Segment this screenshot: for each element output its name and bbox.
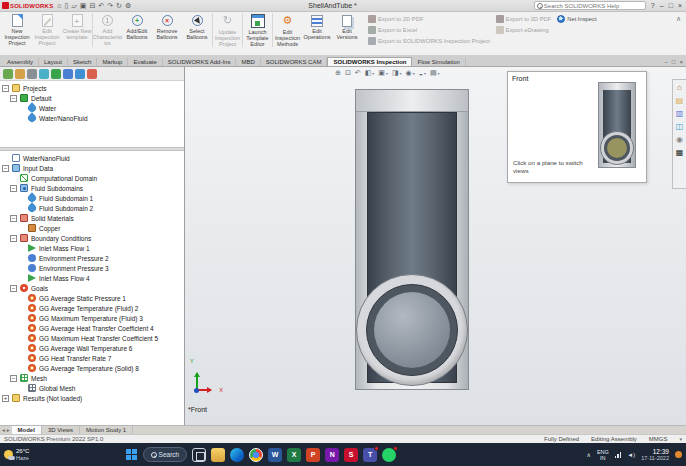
command-tab[interactable]: Evaluate [128, 58, 162, 66]
taskbar-app-icon[interactable]: T [363, 448, 377, 462]
ribbon-button[interactable]: Select Balloons [182, 13, 212, 47]
taskbar-app-icon[interactable]: N [325, 448, 339, 462]
taskbar-search[interactable]: Search [143, 447, 188, 462]
tree-row[interactable]: Fluid Subdomain 2 [0, 203, 184, 213]
tree-row[interactable]: GG Maximum Temperature (Fluid) 3 [0, 313, 184, 323]
tree-expander[interactable]: − [10, 95, 17, 102]
tree-expander[interactable]: + [2, 395, 9, 402]
tree-row[interactable]: GG Average Heat Transfer Coefficient 4 [0, 323, 184, 333]
taskbar-app-icon[interactable]: X [287, 448, 301, 462]
ribbon-collapse[interactable]: ∧ [673, 13, 684, 25]
heads-up-icon[interactable]: ⊕ [335, 69, 341, 77]
window-control-button[interactable]: × [678, 2, 682, 9]
popup-model-preview[interactable] [598, 82, 636, 168]
task-pane-icon[interactable]: ◉ [676, 135, 683, 144]
ribbon-button[interactable]: Add Characteristics [92, 13, 122, 47]
help-search-input[interactable] [544, 3, 630, 9]
taskbar-app-icon[interactable] [382, 448, 396, 462]
ribbon-button[interactable]: Add/Edit Balloons [122, 13, 152, 47]
units-selector[interactable]: MMGS [649, 436, 668, 442]
heads-up-icon[interactable]: ◉ ▾ [406, 69, 415, 77]
heads-up-icon[interactable]: ⊡ [345, 69, 351, 77]
tree-toolbar-icon[interactable] [51, 69, 61, 79]
quick-access-icon[interactable]: ↷ [107, 1, 113, 11]
model-shell[interactable] [355, 89, 469, 390]
tree-row[interactable]: − Input Data [0, 163, 184, 173]
heads-up-icon[interactable]: ◧ ▾ [365, 69, 375, 77]
tree-row[interactable]: − Fluid Subdomains [0, 183, 184, 193]
tree-row[interactable]: − Projects [0, 83, 184, 93]
quick-access-icon[interactable]: ▣ [80, 1, 87, 11]
ribbon-button[interactable]: Launch Template Editor [242, 13, 272, 47]
units-caret-icon[interactable]: ▾ [679, 436, 682, 442]
tree-row[interactable]: Environment Pressure 3 [0, 263, 184, 273]
tree-toolbar-icon[interactable] [63, 69, 73, 79]
start-button[interactable] [125, 448, 138, 461]
ribbon-button[interactable]: Edit Inspection Project [32, 13, 62, 47]
tree-toolbar-icon[interactable] [75, 69, 85, 79]
ribbon-button[interactable]: Create New template [62, 13, 92, 47]
quick-access-icon[interactable]: ▱ [71, 1, 76, 11]
export-button[interactable]: Export eDrawing [496, 26, 551, 34]
tab-scroll-right-icon[interactable]: ▸ [7, 427, 10, 433]
ribbon-button[interactable]: Edit Inspection Methods [272, 13, 302, 47]
tree-row[interactable]: Computational Domain [0, 173, 184, 183]
weather-widget[interactable]: 26°C Haze [4, 448, 29, 461]
network-icon[interactable] [615, 451, 622, 458]
tree-toolbar-icon[interactable] [99, 69, 109, 79]
task-pane-icon[interactable]: ▤ [676, 96, 684, 105]
window-control-button[interactable]: – [660, 2, 664, 9]
ribbon-button[interactable]: Edit Versions [332, 13, 362, 47]
export-button[interactable]: Export to SOLIDWORKS Inspection Project [368, 37, 490, 45]
help-search-box[interactable] [534, 1, 646, 10]
pane-control-icon[interactable]: □ [672, 59, 676, 65]
tree-row[interactable]: − Goals [0, 283, 184, 293]
export-button[interactable]: Export to 2D PDF [368, 15, 490, 23]
quick-access-icon[interactable]: ▯ [65, 1, 69, 11]
command-tab[interactable]: Sketch [68, 58, 97, 66]
command-tab[interactable]: SOLIDWORKS Inspection [327, 57, 412, 66]
tree-row[interactable]: − Solid Materials [0, 213, 184, 223]
tree-row[interactable]: GG Maximum Heat Transfer Coefficient 5 [0, 333, 184, 343]
tree-toolbar-icon[interactable] [15, 69, 25, 79]
tab-scroll-left-icon[interactable]: ◂ [2, 427, 5, 433]
pane-control-icon[interactable]: – [665, 59, 668, 65]
task-pane-icon[interactable]: ▦ [676, 148, 684, 157]
heads-up-icon[interactable]: ▣ ▾ [378, 69, 388, 77]
model-tube-wall-ring[interactable] [366, 284, 458, 376]
notification-icon[interactable] [675, 451, 682, 458]
tree-toolbar-icon[interactable] [3, 69, 13, 79]
tree-toolbar-icon[interactable] [39, 69, 49, 79]
tree-row[interactable]: Water [0, 103, 184, 113]
tree-row[interactable]: Fluid Subdomain 1 [0, 193, 184, 203]
tree-row[interactable]: GG Average Static Pressure 1 [0, 293, 184, 303]
taskbar-app-icon[interactable] [192, 448, 206, 462]
tree-expander[interactable]: − [2, 165, 9, 172]
tree-expander[interactable]: − [10, 285, 17, 292]
tree-row[interactable]: Copper [0, 223, 184, 233]
tree-expander[interactable]: − [2, 85, 9, 92]
quick-access-icon[interactable]: ⊟ [89, 1, 95, 11]
tree-row[interactable]: − Default [0, 93, 184, 103]
tree-row[interactable]: GG Heat Transfer Rate 7 [0, 353, 184, 363]
tree-row[interactable]: GG Average Temperature (Solid) 8 [0, 363, 184, 373]
tree-row[interactable]: Environment Pressure 2 [0, 253, 184, 263]
tree-row[interactable]: − Boundary Conditions [0, 233, 184, 243]
volume-icon[interactable]: ◄) [627, 452, 635, 458]
ribbon-button[interactable]: Edit Operations [302, 13, 332, 47]
quick-access-icon[interactable]: ↶ [98, 1, 104, 11]
ribbon-button[interactable]: New Inspection Project [2, 13, 32, 47]
pane-control-icon[interactable]: × [679, 59, 683, 65]
heads-up-icon[interactable]: ◨ ▾ [392, 69, 402, 77]
tree-row[interactable]: Inlet Mass Flow 1 [0, 243, 184, 253]
model-tube-bore[interactable] [374, 292, 450, 368]
tree-row[interactable]: Water/NanoFluid [0, 113, 184, 123]
tree-row[interactable]: GG Average Wall Temperature 6 [0, 343, 184, 353]
tree-expander[interactable]: − [10, 235, 17, 242]
taskbar-app-icon[interactable] [249, 448, 263, 462]
tree-row[interactable]: Inlet Mass Flow 4 [0, 273, 184, 283]
window-control-button[interactable]: ? [651, 2, 655, 9]
tree-row[interactable]: Global Mesh [0, 383, 184, 393]
taskbar-app-icon[interactable]: W [268, 448, 282, 462]
clock-widget[interactable]: 12:39 17-11-2022 [641, 448, 669, 462]
